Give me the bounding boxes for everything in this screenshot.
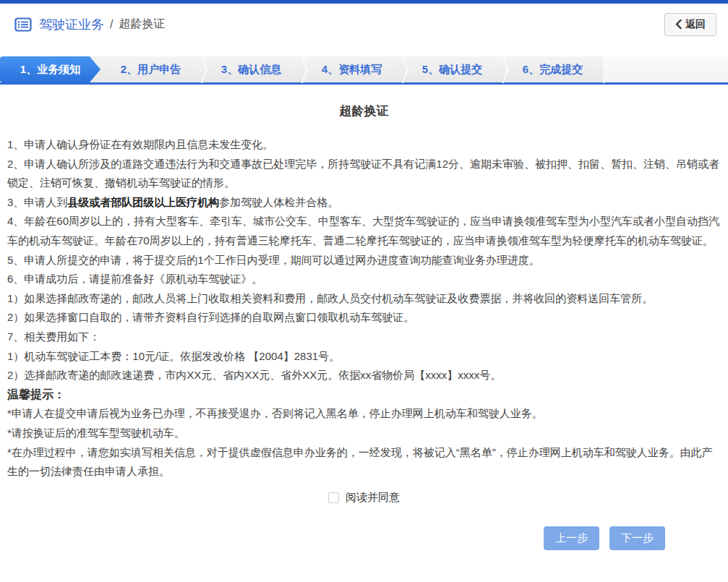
step-bar-tail <box>603 56 728 82</box>
back-button[interactable]: 返回 <box>664 13 716 36</box>
step-label: 2、用户申告 <box>121 63 181 77</box>
next-step-button[interactable]: 下一步 <box>609 526 665 550</box>
agreement-row: 阅读并同意 <box>7 491 721 505</box>
notice-item-7-sub-2: 2）选择邮政寄递的邮政速递费，市内XX元、省内XX元、省外XX元。依据xx省物价… <box>7 366 721 385</box>
notice-item-3: 3、申请人到县级或者部队团级以上医疗机构参加驾驶人体检并合格。 <box>7 193 721 213</box>
step-label: 1、业务须知 <box>20 63 80 77</box>
notice-item-1: 1、申请人确认身份证在有效期限内且信息未发生变化。 <box>7 135 721 155</box>
breadcrumb-section[interactable]: 驾驶证业务 <box>39 16 104 33</box>
notice-item-6-sub-2: 2）如果选择窗口自取的，请带齐资料自行到选择的自取网点窗口领取机动车驾驶证。 <box>7 308 721 328</box>
tip-item-1: *申请人在提交申请后视为业务已办理，不再接受退办，否则将记入黑名单，停止办理网上… <box>7 404 721 424</box>
agreement-checkbox[interactable] <box>328 492 339 503</box>
breadcrumb-current: 超龄换证 <box>119 17 165 32</box>
chevron-left-icon <box>675 20 682 29</box>
step-label: 3、确认信息 <box>221 63 281 77</box>
notice-item-2: 2、申请人确认所涉及的道路交通违法行为和交通事故已处理完毕，所持驾驶证不具有记满… <box>7 155 721 193</box>
agreement-label[interactable]: 阅读并同意 <box>346 491 400 505</box>
step-label: 4、资料填写 <box>322 63 382 77</box>
notice-item-7-sub-1: 1）机动车驾驶证工本费：10元/证。依据发改价格 【2004】2831号。 <box>7 347 721 367</box>
step-6-complete-submit[interactable]: 6、完成提交 <box>502 56 603 82</box>
notice-item-5: 5、申请人所提交的申请，将于提交后的1个工作日内受理，期间可以通过网办进度查询功… <box>7 251 721 270</box>
notice-text: 1、申请人确认身份证在有效期限内且信息未发生变化。 2、申请人确认所涉及的道路交… <box>7 135 721 482</box>
page-title: 超龄换证 <box>7 103 721 119</box>
notice-item-3-prefix: 3、申请人到 <box>7 196 67 208</box>
step-4-fill-materials[interactable]: 4、资料填写 <box>301 56 402 82</box>
page-header: 驾驶证业务 / 超龄换证 返回 <box>0 4 728 45</box>
notice-item-6: 6、申请成功后，请提前准备好《原机动车驾驶证》。 <box>7 270 721 289</box>
step-1-business-notice[interactable]: 1、业务须知 <box>0 56 100 82</box>
step-progress-bar: 1、业务须知 2、用户申告 3、确认信息 4、资料填写 5、确认提交 6、完成提… <box>0 56 728 85</box>
step-5-confirm-submit[interactable]: 5、确认提交 <box>402 56 502 82</box>
notice-item-3-suffix: 参加驾驶人体检并合格。 <box>219 196 338 208</box>
notice-item-6-sub-1: 1）如果选择邮政寄递的，邮政人员将上门收取相关资料和费用，邮政人员交付机动车驾驶… <box>7 289 721 309</box>
previous-step-button[interactable]: 上一步 <box>544 526 599 550</box>
step-label: 6、完成提交 <box>523 63 583 77</box>
breadcrumb-divider: / <box>110 18 113 31</box>
tips-title: 温馨提示： <box>7 385 721 405</box>
back-button-label: 返回 <box>685 18 706 31</box>
breadcrumb: 驾驶证业务 / 超龄换证 <box>14 16 165 33</box>
step-3-confirm-info[interactable]: 3、确认信息 <box>201 56 301 82</box>
footer-actions: 上一步 下一步 <box>7 526 721 550</box>
tip-item-3: *在办理过程中，请您如实填写相关信息，对于提供虚假信息申办业务的，一经发现，将被… <box>7 443 721 482</box>
list-icon <box>14 17 32 32</box>
notice-item-7: 7、相关费用如下： <box>7 328 721 347</box>
notice-item-3-emphasis: 县级或者部队团级以上医疗机构 <box>67 196 219 208</box>
step-2-user-declaration[interactable]: 2、用户申告 <box>100 56 201 82</box>
step-label: 5、确认提交 <box>422 63 482 77</box>
notice-item-4: 4、年龄在60周岁以上的，持有大型客车、牵引车、城市公交车、中型客车、大型货车驾… <box>7 212 721 250</box>
main-content: 超龄换证 1、申请人确认身份证在有效期限内且信息未发生变化。 2、申请人确认所涉… <box>0 103 728 550</box>
tip-item-2: *请按换证后的准驾车型驾驶机动车。 <box>7 424 721 443</box>
